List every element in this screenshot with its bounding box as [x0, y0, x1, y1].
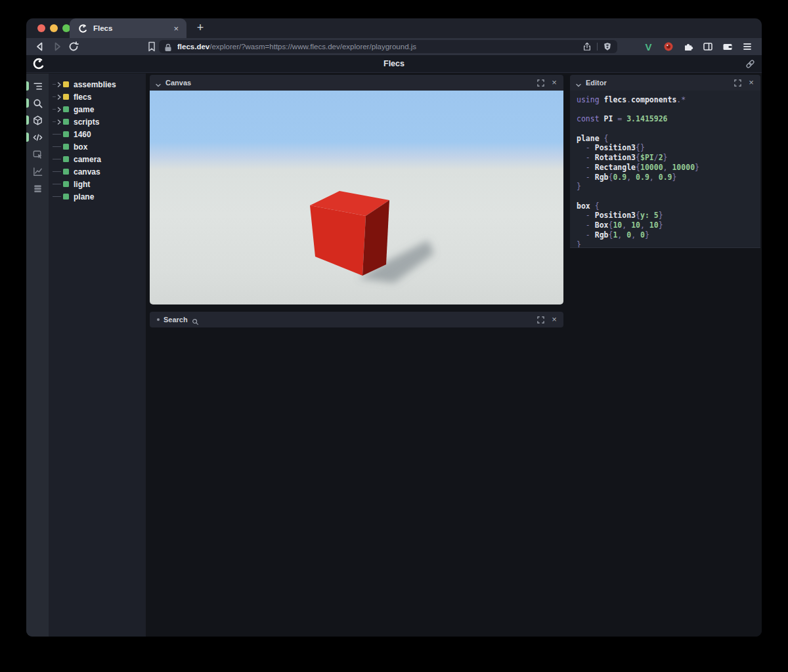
vue-devtools-icon[interactable]: V — [643, 41, 654, 52]
collapsed-indicator-icon[interactable] — [157, 318, 160, 321]
browser-window: Flecs × + flecs.dev/explorer/?wasm=https… — [26, 18, 762, 637]
tree-item-label: box — [74, 142, 87, 152]
tab-title: Flecs — [93, 24, 172, 32]
code-line — [577, 124, 760, 134]
fullscreen-icon[interactable] — [536, 79, 544, 87]
bookmark-icon[interactable] — [146, 41, 158, 52]
forward-icon[interactable] — [51, 41, 63, 52]
leaf-dash-icon — [53, 184, 63, 184]
chevron-down-icon[interactable] — [575, 79, 582, 86]
tree-item-box[interactable]: box — [49, 140, 146, 153]
tree-item-label: flecs — [74, 93, 91, 102]
fullscreen-icon[interactable] — [536, 316, 544, 324]
close-panel-icon[interactable]: × — [747, 79, 755, 87]
canvas-3d-viewport[interactable] — [150, 91, 563, 304]
nav-tree-view-icon[interactable] — [26, 77, 49, 94]
code-line: plane { — [577, 134, 760, 144]
active-indicator — [26, 116, 29, 125]
brave-shield-icon[interactable] — [603, 42, 612, 51]
tree-item-canvas[interactable]: canvas — [49, 165, 146, 178]
leaf-dash-icon — [53, 196, 63, 197]
entity-square-icon — [63, 144, 69, 150]
tree-item-label: scripts — [74, 117, 99, 127]
nav-tables-icon[interactable] — [26, 180, 49, 197]
entity-square-icon — [63, 131, 69, 137]
tree-item-camera[interactable]: camera — [49, 153, 146, 165]
expand-chevron-icon[interactable] — [53, 107, 63, 112]
code-line: - Rgb{1, 0, 0} — [577, 230, 760, 240]
tree-item-label: assemblies — [74, 80, 116, 89]
entity-square-icon — [63, 81, 69, 87]
close-tab-icon[interactable]: × — [172, 24, 180, 33]
close-window-button[interactable] — [37, 24, 45, 32]
active-indicator — [26, 98, 29, 108]
tree-item-label: camera — [74, 155, 101, 164]
lock-icon — [164, 43, 172, 51]
search-icon — [192, 316, 199, 324]
new-tab-button[interactable]: + — [192, 20, 209, 37]
tree-item-label: game — [74, 105, 94, 114]
tree-item-flecs[interactable]: flecs — [49, 91, 146, 103]
address-bar[interactable]: flecs.dev/explorer/?wasm=https://www.fle… — [159, 40, 617, 53]
entity-square-icon — [63, 94, 69, 100]
code-line — [577, 105, 760, 115]
entity-tree-panel: assembliesflecsgamescripts1460boxcamerac… — [49, 74, 146, 637]
tree-item-light[interactable]: light — [49, 178, 146, 190]
code-line: - Rotation3{$PI/2} — [577, 153, 760, 163]
close-panel-icon[interactable]: × — [550, 316, 558, 324]
nav-icon-strip — [26, 74, 49, 637]
expand-chevron-icon[interactable] — [53, 119, 63, 125]
nav-entities-3d-icon[interactable] — [26, 112, 49, 129]
search-panel-header[interactable]: Search × — [150, 312, 563, 327]
extensions-puzzle-icon[interactable] — [682, 41, 693, 52]
browser-tab[interactable]: Flecs × — [70, 18, 186, 38]
code-line: - Position3{y: 5} — [577, 211, 760, 220]
code-line — [577, 192, 760, 201]
close-panel-icon[interactable]: × — [550, 79, 558, 87]
nav-inspector-icon[interactable] — [26, 146, 49, 163]
code-line: - Rgb{0.9, 0.9, 0.9} — [577, 173, 760, 182]
nav-search-icon[interactable] — [26, 94, 49, 112]
window-controls — [37, 24, 70, 32]
share-link-icon[interactable] — [745, 59, 755, 69]
back-icon[interactable] — [34, 41, 46, 52]
minimize-window-button[interactable] — [50, 24, 58, 32]
canvas-panel-header[interactable]: Canvas × — [150, 75, 563, 91]
editor-panel-title: Editor — [586, 79, 607, 87]
entity-square-icon — [63, 194, 69, 200]
wallet-icon[interactable] — [722, 41, 733, 52]
cube-scene — [150, 91, 563, 304]
tree-item-assemblies[interactable]: assemblies — [49, 78, 146, 91]
tree-item-1460[interactable]: 1460 — [49, 128, 146, 140]
tree-item-label: canvas — [74, 167, 100, 177]
code-line: box { — [577, 201, 760, 211]
search-panel-title: Search — [164, 316, 188, 324]
sidebar-toggle-icon[interactable] — [702, 41, 713, 52]
editor-panel-header[interactable]: Editor × — [570, 75, 760, 91]
tree-item-plane[interactable]: plane — [49, 190, 146, 203]
entity-square-icon — [63, 119, 69, 125]
expand-chevron-icon[interactable] — [53, 94, 63, 100]
url-path: /explorer/?wasm=https://www.flecs.dev/ex… — [209, 43, 416, 51]
reload-icon[interactable] — [68, 41, 79, 52]
chevron-down-icon[interactable] — [155, 79, 162, 86]
tree-item-label: light — [74, 180, 90, 189]
share-icon[interactable] — [582, 42, 592, 51]
nav-stats-icon[interactable] — [26, 163, 49, 180]
red-extension-icon[interactable] — [663, 41, 674, 52]
entity-square-icon — [63, 106, 69, 112]
code-editor[interactable]: using flecs.components.*const PI = 3.141… — [570, 91, 760, 248]
divider — [597, 43, 598, 51]
leaf-dash-icon — [53, 146, 63, 147]
menu-icon[interactable] — [741, 41, 753, 52]
app-header: Flecs — [26, 55, 762, 73]
app-title: Flecs — [26, 55, 762, 73]
nav-code-icon[interactable] — [26, 129, 49, 146]
browser-toolbar: flecs.dev/explorer/?wasm=https://www.fle… — [26, 38, 762, 55]
tree-item-game[interactable]: game — [49, 103, 146, 116]
tab-bar: Flecs × + — [26, 18, 762, 38]
expand-chevron-icon[interactable] — [53, 82, 63, 87]
tree-item-scripts[interactable]: scripts — [49, 116, 146, 128]
leaf-dash-icon — [53, 134, 63, 135]
fullscreen-icon[interactable] — [733, 79, 741, 87]
